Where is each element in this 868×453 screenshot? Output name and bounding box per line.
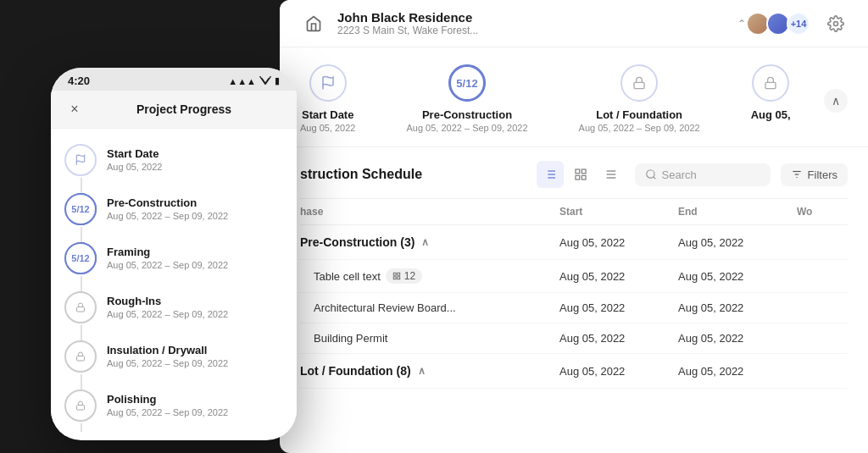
col-header-start: Start xyxy=(559,206,678,218)
table-row[interactable]: Architectural Review Board... Aug 05, 20… xyxy=(300,293,848,323)
timeline-collapse-button[interactable]: ∧ xyxy=(824,89,848,113)
step-date-insulation: Aug 05, 2022 – Sep 09, 2022 xyxy=(107,358,283,368)
step-name-preconstruction: Pre-Construction xyxy=(107,196,283,209)
svg-rect-4 xyxy=(634,82,644,88)
group-name-lot: Lot / Foundation (8) ∧ xyxy=(300,364,559,378)
preconstruction-date: Aug 05, 2022 – Sep 09, 2022 xyxy=(406,123,527,133)
svg-line-20 xyxy=(653,177,655,180)
table-row[interactable]: Lot / Foundation (8) ∧ Aug 05, 2022 Aug … xyxy=(300,354,848,389)
svg-rect-26 xyxy=(398,277,400,279)
badge-icon xyxy=(392,272,401,280)
step-info-rough-ins: Rough-Ins Aug 05, 2022 – Sep 09, 2022 xyxy=(107,291,283,319)
group-end-preconstruction: Aug 05, 2022 xyxy=(678,236,797,249)
search-input[interactable]: Search xyxy=(662,168,697,181)
svg-rect-5 xyxy=(765,82,776,88)
preconstruction-label: Pre-Construction xyxy=(422,108,512,121)
phone-status-bar: 4:20 ▲▲▲ ▮ xyxy=(51,68,297,91)
step-date-start: Aug 05, 2022 xyxy=(107,162,283,172)
filter-icon xyxy=(791,168,803,180)
svg-point-0 xyxy=(834,21,838,25)
step-info-preconstruction: Pre-Construction Aug 05, 2022 – Sep 09, … xyxy=(107,193,283,221)
timeline-item-more[interactable]: Aug 05, xyxy=(751,64,791,121)
project-chevron-icon[interactable]: ⌃ xyxy=(737,18,746,30)
preconstruction-icon-circle: 5/12 xyxy=(448,64,486,102)
step-circle-insulation xyxy=(64,340,97,373)
step-circle-framing: 5/12 xyxy=(64,242,97,274)
group-collapse-icon[interactable]: ∧ xyxy=(421,236,429,248)
row-name-building-permit: Building Permit xyxy=(300,332,559,345)
desktop-panel: John Black Residence 2223 S Main St, Wak… xyxy=(280,0,868,453)
step-name-polishing: Polishing xyxy=(107,393,283,406)
group-end-lot: Aug 05, 2022 xyxy=(678,365,797,378)
header: John Black Residence 2223 S Main St, Wak… xyxy=(280,0,868,47)
view-toggle xyxy=(537,161,625,188)
start-date-label: Start Date xyxy=(302,108,353,121)
more-icon-circle xyxy=(752,64,789,102)
list-item[interactable]: Rough-Ins Aug 05, 2022 – Sep 09, 2022 xyxy=(51,283,297,332)
row-end-1: Aug 05, 2022 xyxy=(678,270,797,283)
svg-point-19 xyxy=(646,170,654,178)
list-item[interactable]: 5/12 Pre-Construction Aug 05, 2022 – Sep… xyxy=(51,185,297,234)
step-date-polishing: Aug 05, 2022 – Sep 09, 2022 xyxy=(107,407,283,417)
list-item[interactable]: 5/12 Framing Aug 05, 2022 – Sep 09, 2022 xyxy=(51,234,297,283)
start-date-icon-circle xyxy=(309,64,347,102)
svg-rect-33 xyxy=(77,307,85,312)
row-name-table-cell: Table cell text 12 xyxy=(300,268,559,284)
col-header-end: End xyxy=(678,206,797,218)
table-row[interactable]: Building Permit Aug 05, 2022 Aug 05, 202… xyxy=(300,323,848,354)
svg-rect-25 xyxy=(398,273,400,275)
svg-rect-34 xyxy=(77,356,85,362)
step-name-start: Start Date xyxy=(107,147,283,160)
timeline-item-preconstruction[interactable]: 5/12 Pre-Construction Aug 05, 2022 – Sep… xyxy=(406,64,527,133)
phone-overlay: 4:20 ▲▲▲ ▮ × Project Progress xyxy=(51,68,297,440)
lot-icon-circle xyxy=(620,64,658,102)
phone-status-icons: ▲▲▲ ▮ xyxy=(228,75,280,86)
list-item[interactable]: Start Date Aug 05, 2022 xyxy=(51,135,297,185)
filters-button[interactable]: Filters xyxy=(781,163,848,186)
schedule-section: struction Schedule xyxy=(280,147,868,389)
svg-rect-13 xyxy=(581,169,586,174)
more-label: Aug 05, xyxy=(751,108,791,121)
svg-rect-27 xyxy=(393,277,396,279)
step-info-insulation: Insulation / Drywall Aug 05, 2022 – Sep … xyxy=(107,340,283,368)
timeline-item-start[interactable]: Start Date Aug 05, 2022 xyxy=(300,64,355,133)
avatar-count[interactable]: +14 xyxy=(787,12,810,36)
svg-rect-15 xyxy=(576,175,580,180)
step-circle-polishing xyxy=(64,389,97,422)
table-row[interactable]: Table cell text 12 Aug 05, 2022 Aug 05, … xyxy=(300,260,848,293)
home-icon[interactable] xyxy=(300,10,327,37)
row-badge: 12 xyxy=(386,268,422,284)
svg-rect-14 xyxy=(581,175,586,180)
step-date-rough-ins: Aug 05, 2022 – Sep 09, 2022 xyxy=(107,309,283,319)
settings-icon[interactable] xyxy=(824,12,848,36)
step-date-preconstruction: Aug 05, 2022 – Sep 09, 2022 xyxy=(107,211,283,221)
group-collapse-icon-lot[interactable]: ∧ xyxy=(418,365,426,377)
timeline-item-lot[interactable]: Lot / Foundation Aug 05, 2022 – Sep 09, … xyxy=(579,64,700,133)
signal-icon: ▲▲▲ xyxy=(228,76,256,86)
view-grid-button[interactable] xyxy=(567,161,594,188)
progress-timeline: Start Date Aug 05, 2022 5/12 Pre-Constru… xyxy=(280,47,868,147)
step-info-start: Start Date Aug 05, 2022 xyxy=(107,144,283,172)
svg-rect-12 xyxy=(576,169,580,174)
project-address: 2223 S Main St, Wake Forest... xyxy=(337,25,734,36)
list-item[interactable]: Polishing Aug 05, 2022 – Sep 09, 2022 xyxy=(51,381,297,430)
table-body: Pre-Construction (3) ∧ Aug 05, 2022 Aug … xyxy=(300,225,848,389)
row-end-3: Aug 05, 2022 xyxy=(678,332,797,345)
group-start-preconstruction: Aug 05, 2022 xyxy=(559,236,678,249)
table-row[interactable]: Pre-Construction (3) ∧ Aug 05, 2022 Aug … xyxy=(300,225,848,260)
avatars-group: +14 xyxy=(746,12,810,36)
group-start-lot: Aug 05, 2022 xyxy=(559,365,678,378)
list-item[interactable]: Insulation / Drywall Aug 05, 2022 – Sep … xyxy=(51,332,297,381)
phone-close-button[interactable]: × xyxy=(64,99,85,119)
view-options-button[interactable] xyxy=(598,161,625,188)
search-bar[interactable]: Search xyxy=(635,163,771,186)
list-item[interactable]: Finish Aug 05, 2022 – Sep 09, 2022 xyxy=(51,430,297,432)
view-list-button[interactable] xyxy=(537,161,564,188)
row-start-2: Aug 05, 2022 xyxy=(559,301,678,314)
row-name-arch-review: Architectural Review Board... xyxy=(300,301,559,314)
step-circle-preconstruction: 5/12 xyxy=(64,193,97,225)
schedule-header: struction Schedule xyxy=(300,147,848,198)
step-circle-start xyxy=(64,144,97,176)
search-icon xyxy=(645,168,657,180)
svg-rect-35 xyxy=(77,406,85,411)
